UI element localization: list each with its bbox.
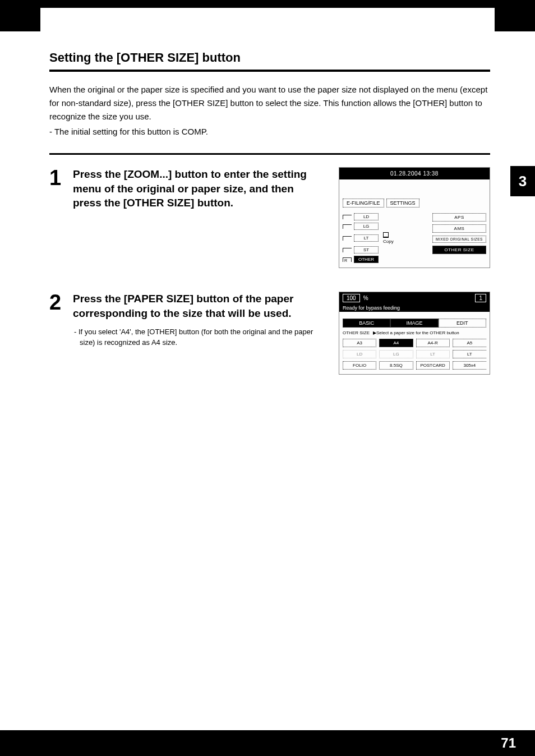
scr1-copy-label: Copy — [383, 239, 394, 244]
scr1-tab-efiling[interactable]: E-FILING/FILE — [343, 199, 384, 208]
step-2-number: 2 — [49, 292, 65, 313]
header-white-inset — [40, 8, 495, 39]
page-number: 71 — [501, 735, 516, 751]
tray-icon: R — [343, 257, 352, 262]
intro-note: - The initial setting for this button is… — [49, 127, 490, 136]
scr2-status: Ready for bypass feeding — [339, 304, 490, 312]
scr2-tab-image[interactable]: IMAGE — [390, 319, 438, 328]
scr2-size-a4[interactable]: A4 — [379, 339, 413, 347]
scr2-size-a5[interactable]: A5 — [453, 339, 486, 347]
scr2-tab-basic[interactable]: BASIC — [343, 319, 390, 328]
scr2-zoom: 100 — [343, 294, 360, 302]
scr2-tab-edit[interactable]: EDIT — [439, 319, 486, 328]
scr2-size-a4r[interactable]: A4-R — [416, 339, 450, 347]
scr1-opt-st[interactable]: ST — [354, 246, 379, 253]
scr1-btn-other-size[interactable]: OTHER SIZE — [432, 246, 486, 254]
scr2-hint-label: OTHER SIZE — [343, 330, 370, 335]
scr1-opt-other[interactable]: OTHER — [354, 256, 379, 263]
scr1-tab-settings[interactable]: SETTINGS — [386, 199, 419, 208]
copy-page-icon — [383, 232, 389, 238]
step-1-number: 1 — [49, 167, 65, 188]
scr2-hint-text: ▶Select a paper size for the OTHER butto… — [373, 330, 486, 335]
scr2-size-lt[interactable]: LT — [416, 350, 450, 358]
step-1-row: 1 Press the [ZOOM...] button to enter th… — [49, 167, 490, 268]
step-2-sub: - If you select 'A4', the [OTHER] button… — [73, 327, 320, 348]
scr2-size-ltr[interactable]: LT — [453, 350, 486, 358]
page-footer: 71 — [0, 730, 535, 756]
scr2-size-lg[interactable]: LG — [379, 350, 413, 358]
tray-icon — [343, 224, 352, 229]
scr1-btn-ams[interactable]: AMS — [432, 224, 486, 233]
scr1-btn-mixed[interactable]: MIXED ORIGINAL SIZES — [432, 236, 486, 243]
scr2-size-folio[interactable]: FOLIO — [343, 361, 376, 370]
scr2-percent: % — [363, 295, 368, 301]
scr2-size-85sq[interactable]: 8.5SQ — [379, 361, 413, 370]
step-2-heading: Press the [PAPER SIZE] button of the pap… — [73, 292, 320, 320]
scr1-datetime: 01.28.2004 13:38 — [339, 168, 490, 179]
step-2-row: 2 Press the [PAPER SIZE] button of the p… — [49, 292, 490, 375]
scr1-opt-lt[interactable]: LT — [354, 234, 379, 242]
step-1-heading: Press the [ZOOM...] button to enter the … — [73, 167, 320, 210]
screenshot-2: 100 % 1 Ready for bypass feeding BASIC I… — [339, 292, 490, 375]
scr1-opt-ld[interactable]: LD — [354, 213, 379, 220]
intro-paragraph: When the original or the paper size is s… — [49, 83, 490, 123]
scr2-size-305x4[interactable]: 305x4 — [453, 361, 486, 370]
scr2-count: 1 — [475, 294, 486, 302]
scr2-size-postcard[interactable]: POSTCARD — [416, 361, 450, 370]
scr2-size-ld[interactable]: LD — [343, 350, 376, 358]
step-1: 1 Press the [ZOOM...] button to enter th… — [49, 167, 320, 210]
scr2-header: 100 % 1 — [339, 292, 490, 304]
scr2-size-a3[interactable]: A3 — [343, 339, 376, 347]
steps-rule — [49, 153, 490, 155]
step-2: 2 Press the [PAPER SIZE] button of the p… — [49, 292, 320, 348]
scr1-btn-aps[interactable]: APS — [432, 213, 486, 222]
tray-icon — [343, 248, 352, 252]
screenshot-1: 01.28.2004 13:38 E-FILING/FILE SETTINGS … — [339, 167, 490, 268]
tray-icon — [343, 236, 352, 241]
tray-icon — [343, 215, 352, 219]
scr1-tray-r: R — [344, 259, 347, 262]
scr1-opt-lg[interactable]: LG — [354, 223, 379, 230]
section-rule — [49, 70, 490, 72]
chapter-side-tab: 3 — [510, 166, 535, 196]
section-title: Setting the [OTHER SIZE] button — [49, 50, 490, 65]
